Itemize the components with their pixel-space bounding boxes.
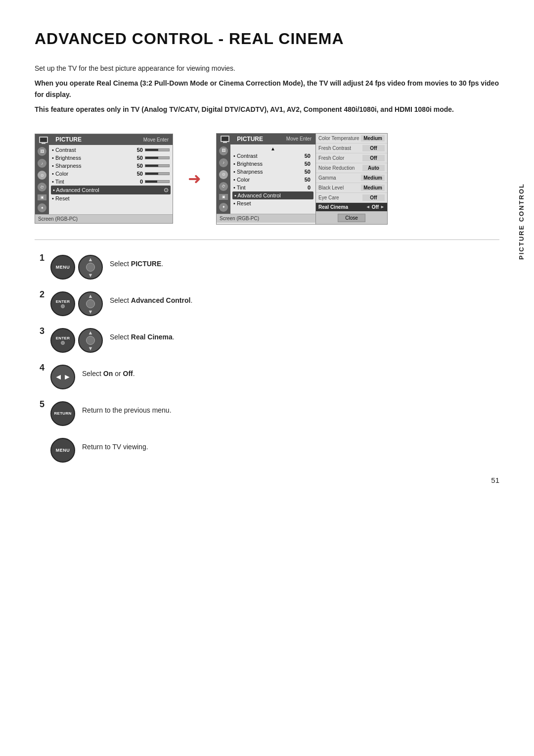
step-4: 4 ◄ ► Select On or Off. [40, 365, 499, 389]
step-4-text: Select On or Off. [82, 365, 135, 379]
step-1-buttons: MENU [50, 255, 103, 280]
menu-right-content: 🖼 ♪ ⊙ ⏱ ▣ ✦ ▲ Contrast 50 [217, 144, 315, 214]
button-return-5[interactable]: RETURN [50, 401, 75, 426]
step-2: 2 ENTER Select Advanced Control. [40, 291, 499, 316]
menu-item-r-advanced[interactable]: Advanced Control [232, 191, 313, 199]
sp-value-gamma: Medium [361, 175, 385, 181]
scroll-up-arrow: ▲ [233, 145, 312, 152]
menu-right-nav: Move Enter [286, 136, 312, 142]
sp-value-color-temp: Medium [361, 135, 385, 142]
real-cinema-value: Off [372, 204, 379, 210]
button-menu-1[interactable]: MENU [50, 255, 75, 280]
item-tint-bar [145, 180, 170, 183]
item-r-sharpness-value: 50 [301, 169, 311, 175]
nav-cross-3 [80, 330, 101, 351]
nav-cross-center-1 [86, 263, 95, 272]
step-1: 1 MENU Select PICTURE. [40, 255, 499, 280]
menu-item-r-color: Color 50 [233, 176, 312, 184]
item-r-brightness-label: Brightness [233, 161, 301, 167]
menu-left-icons: 🖼 ♪ ⊙ ⏱ ▣ ✦ [35, 145, 49, 214]
icon-r-active: ⊙ [219, 170, 228, 179]
icon-r-audio: ♪ [219, 158, 228, 167]
menu-box-right-title: PICTURE [221, 136, 263, 142]
nav-cross-center-2 [86, 299, 95, 308]
button-nav-3[interactable] [78, 328, 103, 353]
item-reset-label: Reset [52, 195, 170, 201]
close-button[interactable]: Close [338, 214, 365, 222]
menu-item-advanced[interactable]: Advanced Control ⊙ [51, 186, 171, 194]
sp-label-black-level: Black Level [318, 185, 344, 190]
item-brightness-label: Brightness [52, 155, 133, 161]
nav-arrow-right: ► [380, 204, 385, 209]
sp-row-black-level: Black Level Medium [316, 183, 387, 193]
menu-box-right: PICTURE Move Enter 🖼 ♪ ⊙ ⏱ ▣ ✦ ▲ [217, 134, 315, 224]
menu-item-r-tint: Tint 0 [233, 184, 312, 191]
menu-box-right-header: PICTURE Move Enter [217, 134, 315, 144]
step-5-buttons: RETURN [50, 401, 75, 426]
item-r-tint-value: 0 [301, 185, 311, 190]
menu-box-right-container: PICTURE Move Enter 🖼 ♪ ⊙ ⏱ ▣ ✦ ▲ [216, 133, 388, 225]
menu-box-left-header: PICTURE Move Enter [35, 134, 173, 145]
item-brightness-value: 50 [133, 155, 143, 161]
side-panel: Color Temperature Medium Fresh Contrast … [315, 134, 387, 224]
page-title: ADVANCED CONTROL - REAL CINEMA [35, 30, 499, 48]
sp-label-fresh-contrast: Fresh Contrast [318, 145, 351, 151]
button-lr-4[interactable]: ◄ ► [50, 365, 75, 389]
enter-dot-2 [61, 304, 65, 308]
sp-cinema-nav: ◄ Off ► [366, 204, 385, 210]
menu-item-r-reset: Reset [233, 199, 312, 207]
menu-item-r-contrast: Contrast 50 [233, 152, 312, 160]
icon-r-time: ⏱ [219, 182, 228, 191]
item-r-brightness-value: 50 [301, 161, 311, 167]
button-nav-1[interactable] [78, 255, 103, 280]
menu-left-title-text: PICTURE [55, 136, 82, 143]
lr-arrow-right: ► [63, 373, 71, 381]
sp-row-fresh-contrast: Fresh Contrast Off [316, 143, 387, 153]
button-menu-final[interactable]: MENU [50, 438, 75, 463]
item-r-contrast-label: Contrast [233, 153, 301, 159]
icon-r-extra: ✦ [219, 203, 228, 212]
menu-right-items: ▲ Contrast 50 Brightness 50 Sharpness 50 [230, 144, 315, 214]
enter-label-3: ENTER [56, 336, 70, 340]
arrow-right: ➜ [188, 169, 201, 188]
menu-item-sharpness: Sharpness 50 [52, 162, 170, 170]
steps-area: 1 MENU Select PICTURE. 2 ENTER [35, 255, 499, 463]
menu-left-items: Contrast 50 Brightness 50 Sharpness 50 [49, 145, 173, 214]
button-nav-2[interactable] [78, 291, 103, 316]
button-enter-2[interactable]: ENTER [50, 291, 75, 316]
button-enter-3[interactable]: ENTER [50, 328, 75, 353]
icon-r-picture: 🖼 [219, 146, 228, 155]
menu-item-brightness: Brightness 50 [52, 154, 170, 162]
item-sharpness-value: 50 [133, 163, 143, 169]
step-menu: MENU Return to TV viewing. [40, 438, 499, 463]
tv-icon-right [221, 136, 229, 142]
section-divider [35, 239, 499, 240]
item-r-sharpness-label: Sharpness [233, 169, 301, 175]
menu-left-nav: Move Enter [143, 137, 169, 142]
menu-item-r-sharpness: Sharpness 50 [233, 168, 312, 176]
sp-row-eye-care: Eye Care Off [316, 193, 387, 203]
sp-label-color-temp: Color Temperature [318, 136, 359, 141]
item-sharpness-label: Sharpness [52, 163, 133, 169]
nav-cross-center-3 [86, 336, 95, 345]
item-tint-label: Tint [52, 179, 133, 185]
icon-option: ▣ [38, 194, 46, 200]
item-r-color-label: Color [233, 177, 301, 183]
menu-item-color: Color 50 [52, 170, 170, 178]
step-1-number: 1 [40, 253, 50, 263]
sp-value-fresh-contrast: Off [362, 145, 385, 151]
step-5-number: 5 [40, 399, 50, 410]
menu-right-title-text: PICTURE [237, 136, 263, 142]
sp-value-noise: Auto [362, 165, 385, 171]
item-advanced-icon: ⊙ [164, 187, 169, 193]
diagram-area: PICTURE Move Enter 🖼 ♪ ⊙ ⏱ ▣ ✦ Contrast [35, 133, 499, 225]
step-menu-buttons: MENU [50, 438, 75, 463]
step-3: 3 ENTER Select Real Cinema. [40, 328, 499, 353]
icon-active: ⊙ [38, 171, 46, 180]
nav-cross-1 [80, 256, 101, 278]
lr-arrow-left: ◄ [54, 373, 62, 381]
sp-value-fresh-color: Off [362, 155, 385, 161]
step-2-number: 2 [40, 289, 50, 300]
icon-r-option: ▣ [219, 194, 228, 200]
sp-row-real-cinema[interactable]: Real Cinema ◄ Off ► [316, 203, 387, 212]
